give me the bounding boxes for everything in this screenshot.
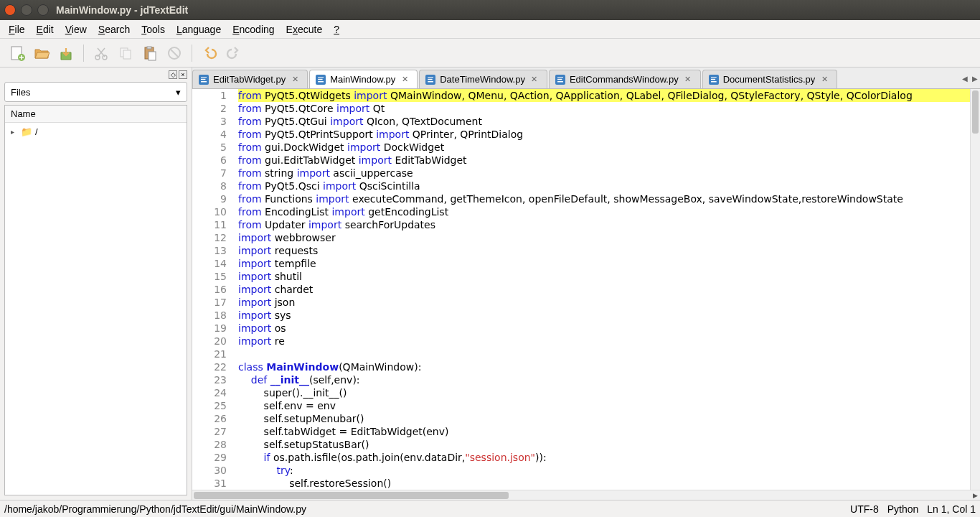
toolbar (0, 39, 980, 67)
code-editor[interactable]: 1234567891011121314151617181920212223242… (192, 89, 980, 490)
redo-button[interactable] (224, 43, 244, 63)
menu-language[interactable]: Language (171, 22, 227, 37)
toolbar-separator (83, 45, 84, 62)
sidebar-view-label: Files (11, 87, 30, 98)
tab-label: MainWindow.py (330, 74, 395, 85)
new-file-button[interactable] (7, 43, 27, 63)
tab-strip: EditTabWidget.py✕MainWindow.py✕DateTimeW… (192, 67, 980, 89)
tree-root-row[interactable]: ▸ 📁 / (8, 126, 184, 138)
vertical-scrollbar[interactable] (970, 89, 980, 490)
menu-execute[interactable]: Execute (281, 22, 329, 37)
tab-editcommandswindow-py[interactable]: EditCommandsWindow.py✕ (549, 70, 701, 88)
dropdown-icon: ▾ (176, 87, 181, 98)
open-file-button[interactable] (32, 43, 52, 63)
sidebar-close-button[interactable]: × (179, 70, 187, 79)
window-close-button[interactable] (4, 4, 16, 16)
tab-label: EditTabWidget.py (213, 74, 286, 85)
horizontal-scrollbar-thumb[interactable] (194, 492, 509, 499)
tab-close-button[interactable]: ✕ (683, 75, 693, 85)
window-maximize-button[interactable] (37, 4, 49, 16)
file-icon (425, 75, 435, 85)
status-language: Python (887, 503, 919, 515)
status-right: UTF-8 Python Ln 1, Col 1 (850, 503, 976, 515)
vertical-scrollbar-thumb[interactable] (972, 90, 979, 134)
undo-button[interactable] (199, 43, 220, 63)
svg-point-3 (103, 55, 107, 60)
cut-button[interactable] (91, 43, 111, 63)
menu-file[interactable]: File (3, 22, 31, 37)
window-controls (4, 4, 49, 16)
menu-tools[interactable]: Tools (136, 22, 171, 37)
status-cursor: Ln 1, Col 1 (927, 503, 976, 515)
titlebar: MainWindow.py - jdTextEdit (0, 0, 980, 20)
file-icon (709, 75, 719, 85)
copy-button[interactable] (116, 43, 136, 63)
file-tree: Name ▸ 📁 / (4, 105, 187, 495)
tree-column-header[interactable]: Name (5, 106, 187, 123)
sidebar-view-selector[interactable]: Files ▾ (4, 82, 187, 102)
tab-datetimewindow-py[interactable]: DateTimeWindow.py✕ (419, 70, 547, 88)
save-file-button[interactable] (56, 43, 76, 63)
sidebar-dock-controls: ◇ × (1, 69, 190, 80)
main-area: ◇ × Files ▾ Name ▸ 📁 / EditTabWidget.py✕… (0, 67, 980, 500)
horizontal-scrollbar[interactable]: ◀ ▶ (192, 490, 980, 500)
menubar: File Edit View Search Tools Language Enc… (0, 20, 980, 39)
file-icon (316, 75, 326, 85)
tabs-container: EditTabWidget.py✕MainWindow.py✕DateTimeW… (192, 70, 960, 88)
sidebar-undock-button[interactable]: ◇ (169, 70, 177, 79)
sidebar: ◇ × Files ▾ Name ▸ 📁 / (0, 67, 192, 500)
tab-close-button[interactable]: ✕ (400, 75, 410, 85)
tab-label: DocumentStatistics.py (723, 74, 816, 85)
status-file-path: /home/jakob/Programmierung/Python/jdText… (4, 503, 306, 515)
tab-close-button[interactable]: ✕ (290, 75, 300, 85)
window-minimize-button[interactable] (21, 4, 32, 16)
file-icon (199, 75, 209, 85)
menu-search[interactable]: Search (93, 22, 136, 37)
svg-point-2 (95, 55, 100, 60)
statusbar: /home/jakob/Programmierung/Python/jdText… (0, 500, 980, 517)
tree-expand-icon[interactable]: ▸ (11, 128, 18, 136)
tab-close-button[interactable]: ✕ (819, 75, 829, 85)
svg-rect-8 (149, 52, 156, 60)
delete-button[interactable] (164, 43, 184, 63)
editor-area: EditTabWidget.py✕MainWindow.py✕DateTimeW… (192, 67, 980, 500)
svg-rect-7 (147, 47, 151, 49)
tab-documentstatistics-py[interactable]: DocumentStatistics.py✕ (702, 70, 838, 88)
status-encoding: UTF-8 (850, 503, 879, 515)
folder-icon: 📁 (21, 126, 32, 137)
tab-label: DateTimeWindow.py (440, 74, 525, 85)
code-content[interactable]: from PyQt5.QtWidgets import QMainWindow,… (234, 89, 970, 490)
tab-edittabwidget-py[interactable]: EditTabWidget.py✕ (192, 70, 308, 88)
tab-scroll-left[interactable]: ◀ (960, 68, 970, 88)
tree-root-label: / (35, 126, 38, 137)
menu-view[interactable]: View (60, 22, 93, 37)
toolbar-separator (192, 45, 192, 62)
menu-edit[interactable]: Edit (31, 22, 60, 37)
hscroll-right-button[interactable]: ▶ (970, 490, 980, 500)
tree-body: ▸ 📁 / (5, 123, 187, 495)
line-number-gutter: 1234567891011121314151617181920212223242… (192, 89, 234, 490)
menu-help[interactable]: ? (328, 22, 345, 37)
menu-encoding[interactable]: Encoding (227, 22, 280, 37)
tab-label: EditCommandsWindow.py (570, 74, 679, 85)
tab-scroll-right[interactable]: ▶ (970, 68, 980, 88)
window-title: MainWindow.py - jdTextEdit (56, 4, 188, 16)
tab-close-button[interactable]: ✕ (529, 75, 540, 85)
file-icon (555, 75, 565, 85)
svg-rect-5 (123, 50, 131, 59)
tab-mainwindow-py[interactable]: MainWindow.py✕ (309, 70, 418, 88)
paste-button[interactable] (140, 43, 160, 63)
